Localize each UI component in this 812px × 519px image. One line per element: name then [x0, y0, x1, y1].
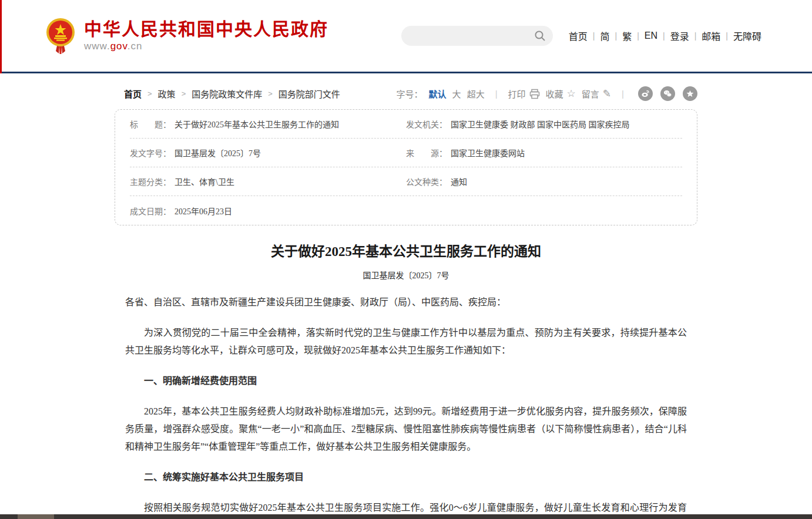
meta-row-title: 标 题： 关于做好2025年基本公共卫生服务工作的通知 发文机关： 国家卫生健康…	[130, 110, 682, 139]
document-meta-table: 标 题： 关于做好2025年基本公共卫生服务工作的通知 发文机关： 国家卫生健康…	[115, 109, 697, 225]
search-input[interactable]	[401, 26, 534, 46]
font-size-xlarge-button[interactable]: 超大	[467, 87, 485, 100]
meta-row-date: 成文日期： 2025年06月23日	[130, 196, 682, 225]
share-star-icon	[686, 89, 694, 98]
search-box	[401, 26, 553, 46]
nav-home[interactable]: 首页	[563, 29, 593, 43]
national-emblem-logo	[45, 17, 76, 55]
left-red-edge	[0, 0, 2, 73]
section-heading-2: 二、统筹实施好基本公共卫生服务项目	[125, 469, 687, 486]
font-size-large-button[interactable]: 大	[452, 87, 461, 100]
nav-login[interactable]: 登录	[665, 29, 694, 43]
bottom-edge-bar-patch	[18, 514, 54, 519]
nav-mail[interactable]: 邮箱	[696, 29, 726, 43]
share-weibo-button[interactable]	[638, 86, 653, 101]
bottom-edge-bar	[0, 514, 812, 519]
weibo-icon	[641, 89, 650, 98]
article-title: 关于做好2025年基本公共卫生服务工作的通知	[125, 243, 687, 261]
meta-value-issue-date: 2025年06月23日	[175, 205, 232, 217]
nav-simplified[interactable]: 简	[595, 29, 615, 43]
breadcrumb-department-documents[interactable]: 国务院部门文件	[279, 87, 340, 100]
comment-button[interactable]: 留言 ✎	[582, 87, 611, 100]
main-content: 首页 > 政策 > 国务院政策文件库 > 国务院部门文件 字号： 默认 大 超大…	[115, 73, 697, 519]
meta-label-source: 来 源：	[406, 147, 447, 159]
meta-value-doc-type: 通知	[451, 176, 467, 187]
breadcrumb-home[interactable]: 首页	[124, 87, 142, 100]
search-icon[interactable]	[534, 30, 546, 42]
meta-value-doc-number: 国卫基层发〔2025〕7号	[175, 147, 261, 159]
site-url-www: www.	[84, 41, 110, 52]
meta-label-topic-category: 主题分类：	[130, 176, 171, 187]
meta-label-title: 标 题：	[130, 118, 171, 130]
section-heading-1: 一、明确新增经费使用范围	[125, 372, 687, 390]
print-label: 打印	[508, 87, 526, 100]
favorite-button[interactable]: 收藏 ☆	[546, 87, 576, 100]
pencil-icon: ✎	[603, 87, 611, 100]
star-icon: ☆	[567, 87, 576, 100]
site-brand[interactable]: 中华人民共和国中央人民政府 www.gov.cn	[45, 17, 328, 55]
favorite-label: 收藏	[546, 87, 563, 100]
site-title: 中华人民共和国中央人民政府	[84, 19, 328, 39]
chevron-right-icon: >	[182, 89, 186, 98]
comment-label: 留言	[582, 87, 599, 100]
meta-label-issue-date: 成文日期：	[130, 205, 171, 217]
breadcrumb-policy[interactable]: 政策	[158, 87, 176, 100]
meta-row-number: 发文字号： 国卫基层发〔2025〕7号 来 源： 国家卫生健康委网站	[130, 139, 682, 167]
chevron-right-icon: >	[147, 89, 152, 98]
top-nav: 首页| 简| 繁| EN| 登录| 邮箱| 无障碍	[563, 29, 767, 43]
meta-label-doc-number: 发文字号：	[130, 147, 171, 159]
share-more-button[interactable]	[683, 86, 697, 101]
article-doc-number: 国卫基层发〔2025〕7号	[125, 269, 687, 281]
paragraph-greeting: 各省、自治区、直辖市及新疆生产建设兵团卫生健康委、财政厅（局）、中医药局、疾控局…	[125, 294, 687, 311]
site-header: 中华人民共和国中央人民政府 www.gov.cn 首页| 简| 繁| EN| 登…	[0, 0, 812, 73]
toolbar-divider: |	[491, 89, 502, 99]
meta-row-category: 主题分类： 卫生、体育\卫生 公文种类： 通知	[130, 167, 682, 196]
nav-accessibility[interactable]: 无障碍	[728, 29, 767, 43]
document-toolbar: 字号： 默认 大 超大 | 打印 收藏 ☆ 留言 ✎ |	[397, 86, 697, 101]
meta-label-issuing-agency: 发文机关：	[406, 118, 447, 130]
meta-value-source: 国家卫生健康委网站	[451, 147, 525, 159]
breadcrumb: 首页 > 政策 > 国务院政策文件库 > 国务院部门文件	[124, 87, 340, 100]
chevron-right-icon: >	[268, 89, 273, 98]
nav-traditional[interactable]: 繁	[617, 29, 637, 43]
wechat-icon	[663, 89, 672, 98]
site-url-cn: .cn	[127, 41, 143, 52]
meta-value-issuing-agency: 国家卫生健康委 财政部 国家中医药局 国家疾控局	[451, 118, 630, 130]
meta-value-title: 关于做好2025年基本公共卫生服务工作的通知	[175, 118, 339, 130]
font-size-label: 字号：	[397, 87, 423, 100]
printer-icon	[529, 89, 540, 99]
nav-english[interactable]: EN	[639, 31, 663, 41]
meta-value-topic-category: 卫生、体育\卫生	[175, 176, 234, 187]
meta-label-doc-type: 公文种类：	[406, 176, 447, 187]
site-url: www.gov.cn	[84, 41, 328, 52]
share-wechat-button[interactable]	[660, 86, 675, 101]
paragraph: 为深入贯彻党的二十届三中全会精神，落实新时代党的卫生与健康工作方针中以基层为重点…	[125, 324, 687, 359]
toolbar-divider: |	[617, 89, 629, 99]
document-article: 关于做好2025年基本公共卫生服务工作的通知 国卫基层发〔2025〕7号 各省、…	[115, 225, 697, 519]
share-group	[638, 86, 697, 101]
breadcrumb-policy-library[interactable]: 国务院政策文件库	[192, 87, 262, 100]
print-button[interactable]: 打印	[508, 87, 540, 100]
site-url-gov: gov	[110, 41, 127, 52]
paragraph: 2025年，基本公共卫生服务经费人均财政补助标准增加5元，达到99元。新增经费用…	[125, 403, 687, 456]
font-size-default-button[interactable]: 默认	[429, 87, 447, 100]
